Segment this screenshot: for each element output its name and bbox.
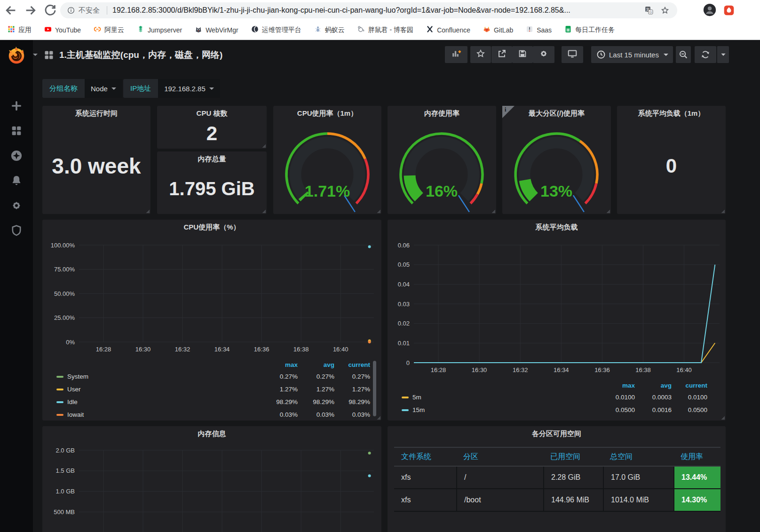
legend-col-avg[interactable]: avg (635, 382, 672, 389)
dashboard-settings-button[interactable] (533, 46, 554, 63)
browser-extension-button[interactable] (722, 4, 736, 17)
address-bar[interactable]: 不安全 192.168.2.85:3000/d/Bkl9bBYik/1-zhu-… (60, 2, 677, 18)
translate-icon[interactable]: 文G (644, 6, 654, 15)
mem-info-plot[interactable]: 2.0 GB1.5 GB1.0 GB500 MB (42, 440, 381, 532)
browser-forward-button[interactable] (24, 3, 38, 17)
dashboard-grid-icon[interactable] (43, 49, 55, 61)
usage-cell: 14.30% (673, 489, 720, 511)
bookmark-item[interactable]: 胖鼠君 - 博客园 (357, 25, 413, 34)
bookmark-label: 运维管理平台 (262, 26, 301, 34)
bookmark-item[interactable]: 运维管理平台 (251, 25, 301, 34)
panel-title[interactable]: 最大分区(/)使用率 (502, 106, 611, 120)
reload-icon (43, 3, 57, 17)
variable-value-dropdown[interactable]: Node (85, 79, 122, 98)
legend-series-toggle[interactable]: Idle (56, 398, 254, 405)
legend-series-toggle[interactable]: 15m (402, 406, 592, 413)
bookmark-item[interactable]: Saas (526, 25, 552, 34)
bookmark-item[interactable]: GitLab (483, 25, 513, 34)
webvirmgr-icon (195, 25, 202, 34)
legend-col-max[interactable]: max (254, 361, 298, 368)
url-text[interactable]: 192.168.2.85:3000/d/Bkl9bBYik/1-zhu-ji-j… (112, 6, 640, 15)
bookmark-item[interactable]: 蚂蚁云 (314, 25, 345, 34)
browser-back-button[interactable] (4, 3, 18, 17)
sidebar-item-alerting[interactable] (10, 174, 23, 187)
panel-title[interactable]: 内存使用率 (388, 106, 496, 120)
legend-row: 5m0.01000.00030.0100 (402, 391, 707, 404)
legend-series-toggle[interactable]: System (56, 373, 254, 380)
legend-col-avg[interactable]: avg (298, 361, 334, 368)
bookmark-star-icon[interactable] (660, 6, 670, 15)
apps-grid-icon (8, 25, 15, 34)
legend-col-current[interactable]: current (334, 361, 370, 368)
svg-text:0.05: 0.05 (398, 261, 410, 268)
mark-as-favorite-button[interactable] (470, 46, 491, 63)
zoom-out-time-button[interactable] (676, 46, 691, 63)
variable-group-ip[interactable]: IP地址 192.168.2.85 (123, 79, 220, 98)
svg-text:1.0 GB: 1.0 GB (56, 488, 75, 495)
add-panel-button[interactable] (445, 46, 467, 63)
svg-text:0.01: 0.01 (398, 340, 410, 347)
panel-title[interactable]: 系统平均负载 (388, 220, 726, 234)
legend-series-toggle[interactable]: Iowait (56, 411, 254, 418)
legend-col-max[interactable]: max (592, 382, 635, 389)
bookmark-item[interactable]: Confluence (426, 25, 470, 34)
table-column-header[interactable]: 分区 (456, 448, 543, 466)
partition-usage-gauge: 13% (502, 119, 610, 215)
cycle-view-mode-icon (567, 48, 578, 61)
table-column-header[interactable]: 已用空间 (543, 448, 603, 466)
time-range-picker[interactable]: Last 15 minutes (591, 46, 673, 63)
legend-scrollbar[interactable] (373, 361, 376, 416)
sidebar-item-create[interactable] (10, 99, 23, 112)
bookmark-item[interactable]: Jumpserver (137, 25, 182, 34)
series-color-swatch (56, 389, 63, 390)
refresh-interval-dropdown[interactable] (717, 46, 729, 63)
bookmark-item[interactable]: 每日工作任务 (564, 25, 615, 34)
panel-title[interactable]: CPU使用率（%） (42, 220, 381, 234)
mark-as-favorite-icon (475, 48, 486, 61)
sidebar-item-configuration[interactable] (10, 199, 23, 212)
legend-col-current[interactable]: current (672, 382, 707, 389)
table-column-header[interactable]: 使用率 (673, 448, 720, 466)
load-plot[interactable]: 0.060.050.040.030.020.01016:2816:3016:32… (388, 234, 726, 378)
legend-series-toggle[interactable]: 5m (402, 394, 592, 401)
panel-title[interactable]: 内存信息 (42, 426, 381, 440)
info-icon[interactable] (67, 6, 75, 15)
panel-title[interactable]: CPU使用率（1m） (273, 106, 381, 120)
browser-profile-avatar[interactable] (703, 3, 717, 17)
title-caret-icon[interactable] (33, 54, 38, 56)
bookmark-label: 蚂蚁云 (325, 26, 345, 34)
sidebar-item-server-admin[interactable] (10, 224, 23, 237)
sidebar-item-explore[interactable] (10, 149, 23, 162)
table-column-header[interactable]: 总空间 (603, 448, 673, 466)
panel-partitions-table: 各分区可用空间 文件系统分区已用空间总空间使用率xfs/2.28 GiB17.0… (388, 426, 726, 532)
svg-text:G: G (649, 10, 652, 14)
sidebar-item-dashboards[interactable] (10, 124, 23, 137)
saas-icon (526, 25, 533, 34)
cycle-view-mode-button[interactable] (562, 46, 583, 63)
variable-group-name[interactable]: 分组名称 Node (42, 79, 122, 98)
svg-text:16:36: 16:36 (594, 366, 610, 373)
bookmark-item[interactable]: 应用 (8, 25, 32, 34)
variable-value-dropdown[interactable]: 192.168.2.85 (158, 79, 220, 98)
security-label[interactable]: 不安全 (79, 6, 100, 15)
usage-cell: 13.44% (673, 467, 720, 488)
grafana-logo[interactable] (7, 46, 26, 65)
table-column-header[interactable]: 文件系统 (394, 448, 456, 466)
gitlab-icon (483, 25, 491, 34)
svg-text:16:28: 16:28 (96, 346, 111, 353)
bookmark-item[interactable]: YouTube (44, 25, 81, 34)
table-row: xfs/boot144.96 MiB1014.0 MiB14.30% (394, 489, 720, 512)
svg-text:16:38: 16:38 (293, 346, 309, 353)
share-dashboard-button[interactable] (491, 46, 512, 63)
refresh-button[interactable] (695, 46, 716, 63)
bookmark-item[interactable]: WebVirMgr (195, 25, 238, 34)
svg-text:75.00%: 75.00% (54, 266, 75, 273)
panel-title[interactable]: 各分区可用空间 (388, 426, 726, 440)
legend-series-toggle[interactable]: User (56, 386, 254, 393)
browser-reload-button[interactable] (43, 3, 57, 17)
dashboard-title[interactable]: 1.主机基础监控(cpu，内存，磁盘，网络) (59, 49, 222, 61)
bookmark-item[interactable]: 阿里云 (94, 25, 124, 34)
save-dashboard-button[interactable] (512, 46, 533, 63)
cpu-usage-plot[interactable]: 100.00%75.00%50.00%25.00%0%16:2816:3016:… (42, 234, 381, 359)
svg-text:16:40: 16:40 (333, 346, 348, 353)
